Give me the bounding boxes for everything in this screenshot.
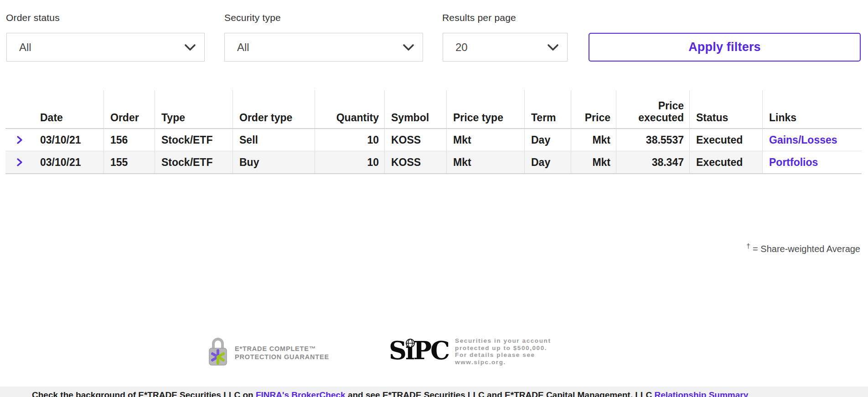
chevron-down-icon: [403, 44, 414, 51]
links-cell: Portfolios: [762, 151, 862, 173]
footnote-text: = Share-weighted Average: [750, 244, 860, 254]
table-row: 03/10/21155Stock/ETFBuy10KOSSMktDayMkt38…: [5, 151, 862, 173]
chevron-down-icon: [184, 44, 196, 51]
sipc-logo: SiPC: [389, 335, 449, 366]
results-per-page-label: Results per page: [442, 12, 516, 23]
disclaimer-segment: Check the background of E*TRADE Securiti…: [32, 390, 256, 397]
header-status: Status: [689, 90, 762, 128]
header-order-type: Order type: [232, 90, 315, 128]
guarantee-line2: PROTECTION GUARANTEE: [235, 353, 329, 361]
chevron-right-icon[interactable]: [13, 156, 26, 169]
row-link[interactable]: Gains/Losses: [769, 134, 837, 146]
header-price-type: Price type: [446, 90, 524, 128]
quantity-cell: 10: [315, 151, 384, 173]
status-cell: Executed: [689, 129, 762, 151]
sipc-text: Securities in your accountprotected up t…: [455, 335, 551, 366]
type-cell: Stock/ETF: [155, 129, 232, 151]
order-type-cell: Buy: [232, 151, 315, 173]
disclaimer-link[interactable]: FINRA's BrokerCheck: [256, 390, 346, 397]
term-cell: Day: [524, 129, 571, 151]
date-cell: 03/10/21: [33, 129, 103, 151]
footer-disclaimer-bar: Check the background of E*TRADE Securiti…: [0, 387, 868, 397]
table-row: 03/10/21156Stock/ETFSell10KOSSMktDayMkt3…: [5, 129, 862, 151]
lock-icon: [209, 336, 227, 366]
links-cell: Gains/Losses: [762, 129, 862, 151]
disclaimer-text: Check the background of E*TRADE Securiti…: [32, 390, 748, 397]
chevron-right-icon[interactable]: [13, 134, 26, 146]
header-expander-spacer: [5, 90, 33, 128]
expander-cell: [5, 151, 33, 173]
term-cell: Day: [524, 151, 571, 173]
symbol-cell: KOSS: [384, 129, 446, 151]
order-status-label: Order status: [6, 12, 60, 23]
table-body: 03/10/21156Stock/ETFSell10KOSSMktDayMkt3…: [5, 129, 862, 174]
price-cell: Mkt: [571, 129, 616, 151]
disclaimer-link[interactable]: Relationship Summary: [654, 390, 748, 397]
header-quantity: Quantity: [315, 90, 384, 128]
order-type-cell: Sell: [232, 129, 315, 151]
order-cell: 156: [103, 129, 155, 151]
header-date: Date: [33, 90, 103, 128]
header-term: Term: [524, 90, 571, 128]
table-header-row: Date Order Type Order type Quantity Symb…: [5, 90, 862, 129]
dagger-symbol: †: [746, 242, 750, 250]
chevron-down-icon: [547, 44, 559, 51]
header-order: Order: [103, 90, 155, 128]
order-status-value: All: [19, 41, 31, 54]
sipc-logo-block: SiPC Securities in your accountprotected…: [389, 335, 551, 366]
share-weighted-footnote: † = Share-weighted Average: [746, 242, 860, 254]
symbol-cell: KOSS: [384, 151, 446, 173]
results-per-page-select[interactable]: 20: [443, 33, 568, 62]
etrade-protection-guarantee-logo: E*TRADE COMPLETE™ PROTECTION GUARANTEE: [209, 336, 329, 366]
order-status-select[interactable]: All: [6, 33, 205, 62]
date-cell: 03/10/21: [33, 151, 103, 173]
globe-icon: [405, 338, 415, 348]
disclaimer-segment: and see E*TRADE Securities LLC and E*TRA…: [346, 390, 655, 397]
sipc-logo-text: SiPC: [389, 336, 449, 365]
expander-cell: [5, 129, 33, 151]
guarantee-line1: E*TRADE COMPLETE™: [235, 345, 329, 353]
sipc-text-line: protected up to $500,000.: [455, 345, 551, 352]
security-type-select[interactable]: All: [224, 33, 423, 62]
header-price-executed: Price executed: [616, 90, 689, 128]
apply-filters-button[interactable]: Apply filters: [589, 33, 861, 62]
header-price: Price: [571, 90, 616, 128]
price-cell: Mkt: [571, 151, 616, 173]
sipc-text-line: For details please see: [455, 351, 551, 359]
results-per-page-value: 20: [455, 41, 468, 54]
price-type-cell: Mkt: [446, 151, 524, 173]
header-symbol: Symbol: [384, 90, 446, 128]
price-executed-cell: 38.347: [616, 151, 689, 173]
guarantee-text: E*TRADE COMPLETE™ PROTECTION GUARANTEE: [235, 336, 329, 366]
sipc-text-line: Securities in your account: [455, 337, 551, 345]
filter-bar: Order status Security type Results per p…: [0, 0, 868, 73]
price-type-cell: Mkt: [446, 129, 524, 151]
orders-table: Date Order Type Order type Quantity Symb…: [5, 90, 862, 174]
header-links: Links: [762, 90, 862, 128]
row-link[interactable]: Portfolios: [769, 156, 818, 169]
order-cell: 155: [103, 151, 155, 173]
security-type-value: All: [237, 41, 249, 54]
quantity-cell: 10: [315, 129, 384, 151]
type-cell: Stock/ETF: [155, 151, 232, 173]
status-cell: Executed: [689, 151, 762, 173]
sipc-text-line: www.sipc.org.: [455, 359, 551, 366]
price-executed-cell: 38.5537: [616, 129, 689, 151]
header-type: Type: [155, 90, 232, 128]
security-type-label: Security type: [224, 12, 281, 23]
